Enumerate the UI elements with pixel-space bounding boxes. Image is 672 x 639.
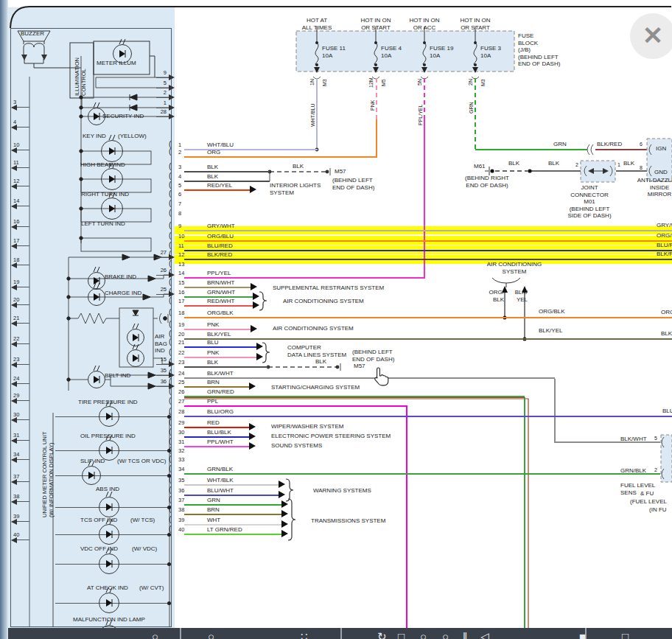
wire-color-label: GRN/WHT <box>207 289 235 296</box>
wire-color-label: GRY/WHT <box>207 223 235 230</box>
toolbar-button-7[interactable]: ○ <box>442 631 449 639</box>
cluster-pin-arrow <box>11 479 17 485</box>
cluster-pin-arrow <box>11 105 17 111</box>
starting-label: STARTING/CHARGING SYSTEM <box>271 384 360 391</box>
sound-label: SOUND SYSTEMS <box>271 442 322 450</box>
cluster-pin-arrow <box>11 438 17 444</box>
row-connector-symbol: ( <box>169 377 171 386</box>
system-arrow <box>253 301 259 309</box>
wire-row-number: 39 <box>178 517 184 523</box>
cluster-pin-wire <box>156 294 169 295</box>
row-connector-symbol: ( <box>169 369 171 377</box>
toolbar-button-4[interactable]: ↻ <box>377 631 387 639</box>
hot-label-3: HOT IN ON OR ACC <box>401 17 448 31</box>
right-turn-ind-label: RIGHT TURN IND <box>81 191 129 198</box>
wire-row <box>184 287 251 288</box>
wire-color-label: BRN <box>207 506 220 514</box>
toolbar-button-6[interactable]: ○ <box>420 631 427 639</box>
slip-ind-note: (W/ TCS OR VDC) <box>117 458 167 465</box>
at-check-ind-note: (W/ CVT) <box>139 584 164 592</box>
wire-row <box>184 495 279 496</box>
m57-low-label: M57 <box>354 363 365 370</box>
wire-row <box>184 427 250 428</box>
toolbar-button-9[interactable]: ◁ <box>480 631 489 639</box>
row-connector-symbol: ( <box>169 418 171 427</box>
conn-pin-5n: 5N <box>417 79 423 85</box>
close-button[interactable]: ✕ <box>630 13 672 59</box>
wire-row <box>184 473 660 475</box>
tcs-off-ind-label: TCS OFF IND <box>80 517 117 524</box>
conn-pin-12m: 12M <box>368 77 374 88</box>
wire-row <box>184 250 672 251</box>
toolbar-button-11[interactable]: □ <box>622 631 629 639</box>
blkred-label: BLK/RED <box>597 141 622 148</box>
row-connector-symbol: ( <box>169 464 171 473</box>
row-connector-symbol: ( <box>169 515 171 524</box>
wire-color-label-right: BLK/RED <box>657 251 672 258</box>
toolbar-button-5[interactable]: □ <box>398 631 405 639</box>
row-connector-symbol: ( <box>169 505 171 514</box>
generated-layer: 3410111214161718192021222324293031343738… <box>0 0 672 639</box>
system-arrow <box>281 520 288 528</box>
row-connector-symbol: ( <box>169 162 171 171</box>
wire-color-label-right: BLU/RED <box>657 242 672 249</box>
cluster-pin-number: 10 <box>13 142 19 148</box>
transmission-label: TRANSMISSIONS SYSTEM <box>311 517 385 525</box>
wire-row <box>184 171 270 172</box>
row-connector-symbol: ( <box>169 296 171 305</box>
toolbar-button-1[interactable]: ○ <box>152 631 158 639</box>
wire-row-number: 18 <box>178 310 184 316</box>
row-connector-symbol: ( <box>169 338 171 346</box>
cluster-pin-arrow <box>11 398 17 404</box>
wire-row <box>184 366 268 368</box>
cluster-pin-number: 17 <box>13 237 19 244</box>
system-arrow <box>279 481 285 488</box>
wire-row <box>184 338 672 340</box>
srs-label: SUPPLEMENTAL RESTRAINTS SYSTEM <box>273 284 384 292</box>
wire-color-label: BLU/RED <box>207 242 233 250</box>
toolbar-button-10[interactable]: ■ <box>579 631 586 639</box>
row-connector-symbol: ( <box>169 259 171 268</box>
row-connector-symbol: ( <box>169 241 171 250</box>
system-arrow <box>253 293 259 300</box>
system-arrow <box>256 353 263 360</box>
row-connector-symbol: ( <box>169 320 171 329</box>
cluster-pin-arrow <box>169 85 175 91</box>
wire-color-label-right: BLK/YEL <box>661 330 672 338</box>
system-arrow <box>256 343 263 350</box>
toolbar-button-2[interactable]: ○ <box>208 631 214 639</box>
row-connector-symbol: ( <box>169 455 171 464</box>
cluster-pin-arrow <box>11 284 17 290</box>
bottom-toolbar[interactable]: ○○∷↻□○○‖◁■□ <box>8 628 672 639</box>
toolbar-button-8[interactable]: ‖ <box>463 631 467 639</box>
wire-row-number: 7 <box>178 200 181 207</box>
m57-low-note: (BEHIND LEFT END OF DASH) <box>352 349 394 363</box>
wire-color-label: PPL <box>207 398 218 405</box>
wire-row-number: 29 <box>178 419 184 426</box>
wire-row-number: 38 <box>178 506 184 513</box>
pnk-vert-label: PNK <box>370 100 376 111</box>
wire-row <box>184 259 672 260</box>
wire-row-number: 30 <box>178 429 184 436</box>
joint-pin-2: 2 <box>575 162 578 168</box>
cluster-pin-arrow <box>11 519 17 525</box>
m61-blk-2: BLK <box>548 160 559 167</box>
wire-row-number: 36 <box>178 487 184 494</box>
toolbar-button-3[interactable]: ∷ <box>301 631 308 639</box>
wire-row <box>184 230 672 231</box>
row-connector-symbol: ( <box>169 221 171 230</box>
illumination-label: ILLUMINATION CONTROL <box>74 57 87 96</box>
orgblk-mid-label: ORG/BLK <box>539 308 565 315</box>
led-indicator-icon <box>125 343 147 368</box>
close-icon: ✕ <box>643 21 664 50</box>
wire-row <box>184 504 282 506</box>
ac-blkyel-vert-label: BLK/ YEL <box>510 289 528 303</box>
wire-color-label: GRN/RED <box>207 388 234 396</box>
charge-ind-label: CHARGE IND <box>105 290 141 297</box>
row-connector-symbol: ( <box>169 525 171 534</box>
toolbar-divider <box>340 628 342 639</box>
cluster-pin-number: 24 <box>13 375 19 382</box>
wire-row-number: 8 <box>178 210 181 217</box>
cluster-pin-wire <box>156 77 169 78</box>
row-connector-symbol: ( <box>169 250 171 259</box>
